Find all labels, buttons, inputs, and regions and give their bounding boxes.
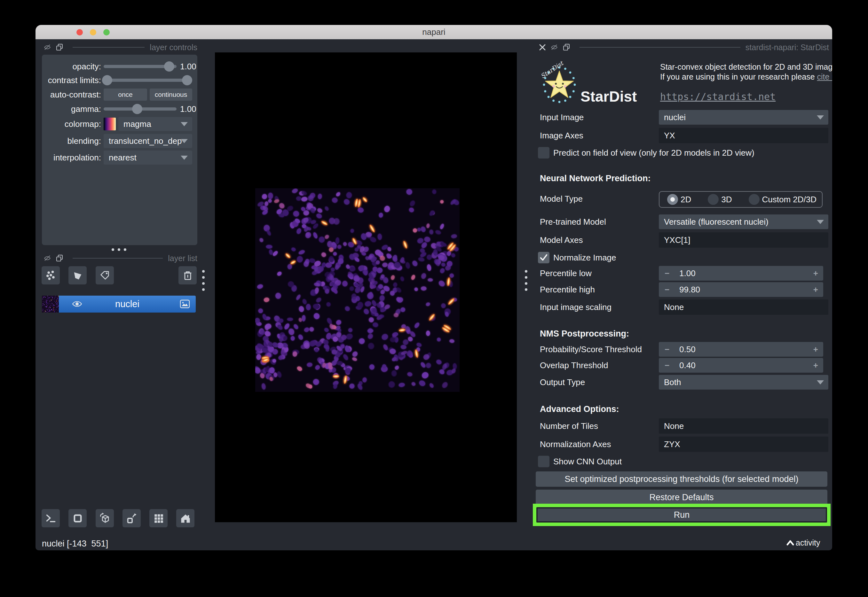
plus-icon[interactable]: +: [813, 282, 818, 297]
input-image-dropdown[interactable]: nuclei: [659, 110, 828, 125]
fov-checkbox-label: Predict on field of view (only for 2D mo…: [553, 146, 755, 159]
stardist-website-link[interactable]: https://stardist.net: [660, 91, 776, 102]
blending-value: translucent_no_dep: [109, 136, 182, 146]
layer-thumbnail: [42, 296, 59, 313]
model-axes-input[interactable]: YXC[1]: [659, 232, 828, 248]
output-type-value: Both: [664, 377, 681, 387]
minus-icon[interactable]: −: [665, 342, 669, 356]
model-type-label: Model Type: [540, 191, 583, 206]
console-button[interactable]: [42, 509, 60, 527]
percentile-high-spinner[interactable]: − 99.80 +: [659, 282, 823, 297]
float-dock-icon[interactable]: [55, 43, 64, 52]
norm-axes-input[interactable]: ZYX: [659, 437, 828, 452]
home-icon: [180, 512, 191, 524]
model-type-2d-option[interactable]: 2D: [667, 194, 691, 205]
plus-icon[interactable]: +: [813, 358, 818, 373]
interpolation-dropdown[interactable]: nearest: [104, 150, 192, 165]
restore-defaults-button[interactable]: Restore Defaults: [536, 490, 827, 505]
blending-dropdown[interactable]: translucent_no_dep: [104, 134, 192, 148]
pretrained-model-value: Versatile (fluorescent nuclei): [664, 217, 768, 227]
minus-icon[interactable]: −: [665, 358, 669, 373]
image-axes-input[interactable]: YX: [659, 128, 828, 143]
auto-contrast-once-button[interactable]: once: [104, 89, 147, 101]
rotate-3d-button[interactable]: [95, 509, 114, 527]
colormap-dropdown[interactable]: magma: [118, 117, 192, 131]
description-line1: Star-convex object detection for 2D and …: [660, 62, 832, 72]
colormap-swatch: [104, 117, 116, 131]
input-scaling-input[interactable]: None: [659, 300, 828, 315]
plus-icon[interactable]: +: [813, 266, 818, 281]
opacity-value: 1.00: [180, 60, 197, 73]
input-image-label: Input Image: [540, 110, 584, 125]
auto-contrast-continuous-button[interactable]: continuous: [150, 89, 192, 101]
layer-list-title: layer list: [168, 254, 197, 263]
tag-icon: [99, 270, 111, 281]
run-button[interactable]: Run: [536, 507, 827, 523]
chevron-down-icon: [817, 380, 824, 385]
viewer-canvas[interactable]: [215, 52, 517, 522]
layer-controls-title: layer controls: [150, 43, 197, 52]
trash-icon: [182, 270, 194, 281]
float-dock-icon[interactable]: [562, 43, 570, 52]
ndisplay-2d-button[interactable]: [68, 509, 87, 527]
set-thresholds-button[interactable]: Set optimized postprocessing thresholds …: [536, 471, 827, 487]
pretrained-model-dropdown[interactable]: Versatile (fluorescent nuclei): [659, 214, 828, 229]
overlap-threshold-spinner[interactable]: − 0.40 +: [659, 358, 823, 373]
layer-controls-panel: opacity: 1.00 contrast limits: auto-cont…: [42, 55, 197, 245]
normalize-image-checkbox[interactable]: [538, 252, 549, 263]
contrast-limits-slider[interactable]: [104, 74, 192, 87]
normalize-image-label: Normalize Image: [553, 251, 616, 264]
model-type-3d-option[interactable]: 3D: [708, 194, 732, 205]
chevron-down-icon: [817, 115, 824, 120]
minus-icon[interactable]: −: [665, 266, 669, 281]
fov-checkbox[interactable]: [538, 147, 549, 159]
float-dock-icon[interactable]: [55, 254, 64, 262]
roll-dimensions-button[interactable]: [122, 509, 141, 527]
image-layer-icon: [180, 299, 190, 310]
cite-us-link[interactable]: cite us: [817, 72, 832, 81]
new-labels-layer-button[interactable]: [95, 266, 114, 284]
fov-checkbox-row: Predict on field of view (only for 2D mo…: [536, 146, 830, 159]
dock-splitter-handle[interactable]: [112, 248, 127, 251]
prob-threshold-spinner[interactable]: − 0.50 +: [659, 342, 823, 356]
grid-view-button[interactable]: [149, 509, 168, 527]
percentile-high-label: Percentile high: [540, 282, 595, 297]
output-type-dropdown[interactable]: Both: [659, 375, 828, 390]
overlap-threshold-value: 0.40: [679, 358, 695, 373]
minus-icon[interactable]: −: [665, 282, 669, 297]
dock-header-line: [579, 47, 740, 48]
gamma-slider[interactable]: [104, 102, 177, 116]
right-dock-resize-handle[interactable]: [525, 270, 527, 291]
prob-threshold-label: Probability/Score Threshold: [540, 342, 642, 357]
nms-postprocessing-header: NMS Postprocessing:: [540, 326, 629, 341]
input-scaling-label: Input image scaling: [540, 300, 612, 315]
colormap-value: magma: [124, 119, 151, 129]
layer-row[interactable]: nuclei: [42, 296, 196, 313]
home-reset-view-button[interactable]: [176, 509, 195, 527]
plus-icon[interactable]: +: [813, 342, 818, 356]
hide-dock-icon[interactable]: [550, 43, 558, 52]
stardist-panel-header: stardist-napari: StarDist: [539, 42, 829, 53]
opacity-slider[interactable]: [104, 60, 177, 73]
new-points-layer-button[interactable]: [42, 266, 60, 284]
radio-icon: [749, 194, 759, 205]
stardist-panel-title: stardist-napari: StarDist: [746, 43, 829, 52]
num-tiles-input[interactable]: None: [659, 418, 828, 434]
percentile-low-label: Percentile low: [540, 266, 592, 281]
hide-dock-icon[interactable]: [43, 254, 52, 262]
chevron-down-icon: [181, 156, 188, 160]
show-cnn-checkbox[interactable]: [538, 456, 549, 467]
hide-dock-icon[interactable]: [43, 43, 52, 52]
percentile-high-value: 99.80: [679, 282, 700, 297]
close-panel-icon[interactable]: [539, 43, 546, 51]
delete-layer-button[interactable]: [179, 266, 197, 284]
nn-prediction-header: Neural Network Prediction:: [540, 171, 651, 186]
new-shapes-layer-button[interactable]: [68, 266, 87, 284]
points-icon: [45, 270, 57, 281]
model-type-custom-option[interactable]: Custom 2D/3D: [749, 194, 817, 205]
model-type-radio-group: 2D 3D Custom 2D/3D: [659, 191, 823, 208]
cursor-status: nuclei [-143 551]: [42, 539, 108, 549]
percentile-low-spinner[interactable]: − 1.00 +: [659, 266, 823, 281]
output-type-label: Output Type: [540, 374, 585, 390]
dock-resize-handle[interactable]: [202, 270, 205, 291]
